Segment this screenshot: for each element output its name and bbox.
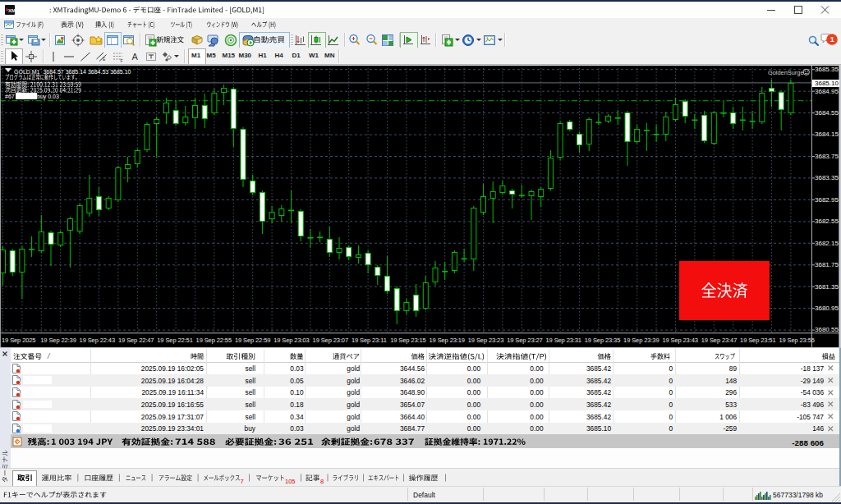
svg-text:105: 105 bbox=[285, 478, 296, 485]
svg-text:8: 8 bbox=[320, 478, 324, 485]
svg-text:7: 7 bbox=[241, 478, 244, 485]
